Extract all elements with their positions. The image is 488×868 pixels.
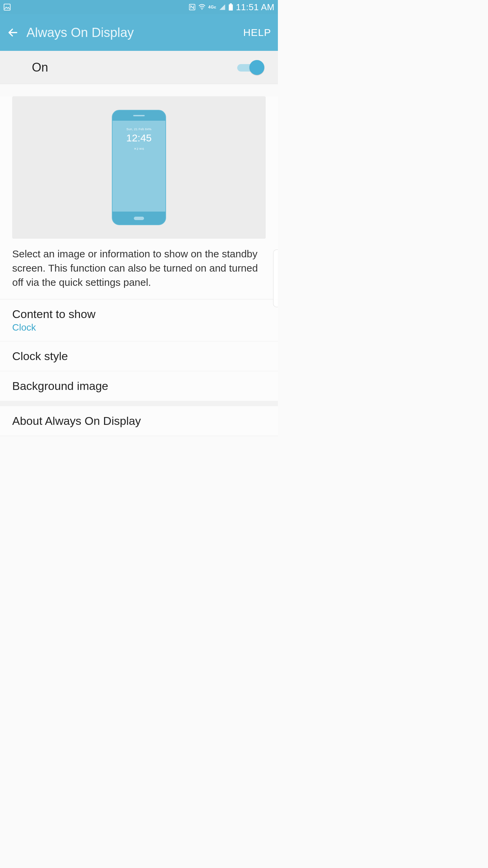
nfc-icon — [189, 4, 196, 11]
preview-date: Sun, 21 Feb 84% — [126, 127, 151, 131]
content-to-show-item[interactable]: Content to show Clock — [0, 299, 278, 341]
svg-rect-0 — [4, 4, 10, 10]
section-divider — [0, 401, 278, 406]
master-toggle-label: On — [32, 60, 48, 75]
master-toggle-row[interactable]: On — [0, 51, 278, 84]
background-image-item[interactable]: Background image — [0, 371, 278, 401]
about-title: About Always On Display — [12, 414, 266, 428]
background-image-title: Background image — [12, 379, 266, 393]
clock-style-title: Clock style — [12, 350, 266, 363]
scroll-handle[interactable] — [273, 250, 278, 307]
description-text: Select an image or information to show o… — [0, 247, 278, 299]
battery-icon — [228, 3, 233, 11]
page-title: Always On Display — [26, 25, 236, 40]
preview-clock: 12:45 — [126, 132, 151, 144]
svg-rect-4 — [230, 3, 232, 4]
signal-icon — [219, 4, 226, 11]
phone-mock-icon: Sun, 21 Feb 84% 12:45 ✕2 ✉6 — [112, 110, 166, 225]
preview-card: Sun, 21 Feb 84% 12:45 ✕2 ✉6 — [12, 96, 266, 239]
back-button[interactable] — [7, 26, 19, 39]
preview-notif-icons: ✕2 ✉6 — [134, 147, 144, 151]
app-bar: Always On Display HELP — [0, 14, 278, 51]
svg-rect-3 — [229, 4, 233, 11]
status-bar: 4GE 11:51 AM — [0, 0, 278, 14]
status-time: 11:51 AM — [236, 2, 274, 13]
help-button[interactable]: HELP — [243, 27, 271, 38]
master-toggle-switch[interactable] — [234, 60, 264, 75]
content-to-show-title: Content to show — [12, 308, 266, 321]
about-item[interactable]: About Always On Display — [0, 406, 278, 436]
content-to-show-value: Clock — [12, 322, 266, 333]
wifi-icon — [198, 3, 206, 11]
clock-style-item[interactable]: Clock style — [0, 341, 278, 371]
screenshot-icon — [3, 3, 11, 11]
svg-point-2 — [201, 9, 202, 10]
network-4g-icon: 4GE — [208, 5, 217, 9]
